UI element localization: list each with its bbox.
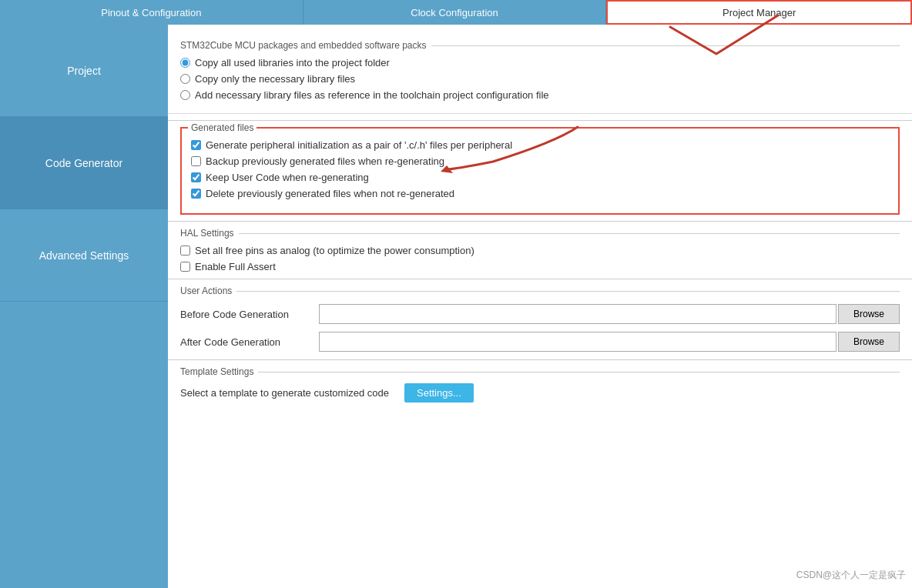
- checkbox-set-analog-input[interactable]: [180, 246, 190, 256]
- sidebar-item-project[interactable]: Project: [0, 25, 168, 117]
- radio-copy-necessary-input[interactable]: [180, 74, 190, 84]
- content-area: STM32Cube MCU packages and embedded soft…: [168, 25, 912, 588]
- stm32-title: STM32Cube MCU packages and embedded soft…: [180, 40, 900, 51]
- stm32-section: STM32Cube MCU packages and embedded soft…: [168, 32, 912, 114]
- hal-legend-text: HAL Settings: [180, 228, 234, 239]
- checkbox-enable-assert-input[interactable]: [180, 262, 190, 272]
- user-actions-legend-row: User Actions: [180, 286, 900, 296]
- template-settings-section: Template Settings Select a template to g…: [180, 366, 900, 403]
- checkbox-backup-input[interactable]: [191, 156, 201, 166]
- divider-2: [168, 221, 912, 222]
- radio-copy-necessary: Copy only the necessary library files: [180, 73, 900, 85]
- browse-after-button[interactable]: Browse: [838, 332, 900, 352]
- tab-project-manager[interactable]: Project Manager: [606, 0, 912, 25]
- template-row: Select a template to generate customized…: [180, 383, 900, 403]
- before-code-gen-input[interactable]: [319, 304, 837, 324]
- template-legend-line: [258, 372, 900, 373]
- main-layout: Project Code Generator Advanced Settings…: [0, 25, 912, 588]
- hal-legend-row: HAL Settings: [180, 228, 900, 239]
- gen-files-legend: Generated files: [188, 122, 256, 133]
- checkbox-keep-user-code: Keep User Code when re-generating: [191, 172, 889, 183]
- after-code-gen-input[interactable]: [319, 332, 837, 352]
- radio-add-reference: Add necessary library files as reference…: [180, 89, 900, 101]
- tab-clock[interactable]: Clock Configuration: [303, 0, 607, 25]
- template-label: Select a template to generate customized…: [180, 387, 389, 399]
- template-legend-row: Template Settings: [180, 366, 900, 377]
- stm32-radio-group: Copy all used libraries into the project…: [180, 57, 900, 101]
- before-code-gen-row: Before Code Generation Browse: [180, 304, 900, 324]
- watermark: CSDN@这个人一定是疯子: [796, 569, 906, 582]
- hal-settings-section: HAL Settings Set all free pins as analog…: [180, 228, 900, 272]
- divider-1: [168, 120, 912, 121]
- checkbox-delete-prev-input[interactable]: [191, 189, 201, 199]
- radio-copy-all: Copy all used libraries into the project…: [180, 57, 900, 68]
- settings-button[interactable]: Settings...: [404, 383, 474, 403]
- sidebar-item-code-generator[interactable]: Code Generator: [0, 117, 168, 209]
- user-actions-legend-text: User Actions: [180, 286, 232, 296]
- radio-add-reference-input[interactable]: [180, 90, 190, 100]
- after-code-gen-label: After Code Generation: [180, 336, 319, 348]
- user-actions-legend-line: [236, 291, 900, 292]
- tab-pinout[interactable]: Pinout & Configuration: [0, 0, 303, 25]
- divider-3: [168, 279, 912, 279]
- checkbox-enable-assert: Enable Full Assert: [180, 261, 900, 272]
- top-tabs: Pinout & Configuration Clock Configurati…: [0, 0, 912, 25]
- checkbox-gen-peripheral-input[interactable]: [191, 140, 201, 150]
- checkbox-gen-peripheral: Generate peripheral initialization as a …: [191, 139, 889, 151]
- template-legend-text: Template Settings: [180, 366, 253, 377]
- checkbox-keep-user-code-input[interactable]: [191, 172, 201, 182]
- sidebar: Project Code Generator Advanced Settings: [0, 25, 168, 588]
- checkbox-delete-prev: Delete previously generated files when n…: [191, 188, 889, 199]
- divider-4: [168, 359, 912, 360]
- hal-legend-line: [239, 233, 900, 234]
- sidebar-item-advanced-settings[interactable]: Advanced Settings: [0, 209, 168, 302]
- before-code-gen-label: Before Code Generation: [180, 309, 319, 320]
- after-code-gen-row: After Code Generation Browse: [180, 332, 900, 352]
- generated-files-section: Generated files Generate peripheral init…: [180, 127, 900, 215]
- browse-before-button[interactable]: Browse: [838, 304, 900, 324]
- checkbox-set-analog: Set all free pins as analog (to optimize…: [180, 245, 900, 256]
- radio-copy-all-input[interactable]: [180, 58, 190, 68]
- checkbox-backup: Backup previously generated files when r…: [191, 155, 889, 167]
- user-actions-section: User Actions Before Code Generation Brow…: [180, 286, 900, 352]
